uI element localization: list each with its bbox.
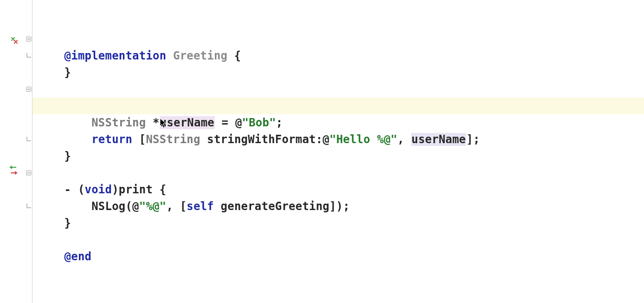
swap-arrows-icon[interactable]: [9, 165, 18, 177]
diagnostic-arrows-icon[interactable]: [10, 33, 19, 41]
fold-start-icon[interactable]: [26, 170, 32, 176]
code-line[interactable]: }: [32, 47, 644, 64]
text-token: }: [64, 150, 71, 163]
gutter-icon-column: [0, 0, 23, 303]
code-line[interactable]: - (void)print {: [32, 165, 644, 181]
svg-marker-3: [15, 171, 18, 175]
text-token: }: [64, 217, 71, 230]
gutter: [0, 0, 32, 303]
keyword-token: @end: [64, 250, 92, 263]
fold-end-icon: [26, 137, 32, 142]
code-line-current[interactable]: NSString *userName = @"Bob";: [32, 98, 644, 114]
code-line[interactable]: NSLog(@"%@", [self generateGreeting]);: [32, 181, 644, 198]
text-token: }: [64, 66, 71, 79]
code-line[interactable]: - (NSString *)generateGreeting{: [32, 81, 644, 98]
svg-marker-1: [9, 165, 12, 169]
code-editor[interactable]: @implementation Greeting { } - (NSString…: [32, 0, 644, 303]
fold-start-icon[interactable]: [26, 36, 32, 42]
code-line[interactable]: }: [32, 198, 644, 215]
code-line[interactable]: @implementation Greeting {: [32, 31, 644, 47]
fold-column: [25, 0, 32, 303]
fold-start-icon[interactable]: [26, 86, 32, 92]
fold-end-icon: [26, 204, 32, 209]
fold-end-icon: [26, 53, 32, 59]
code-line[interactable]: @end: [32, 231, 644, 248]
code-line[interactable]: return [NSString stringWithFormat:@"Hell…: [32, 114, 644, 131]
code-line[interactable]: }: [32, 131, 644, 148]
